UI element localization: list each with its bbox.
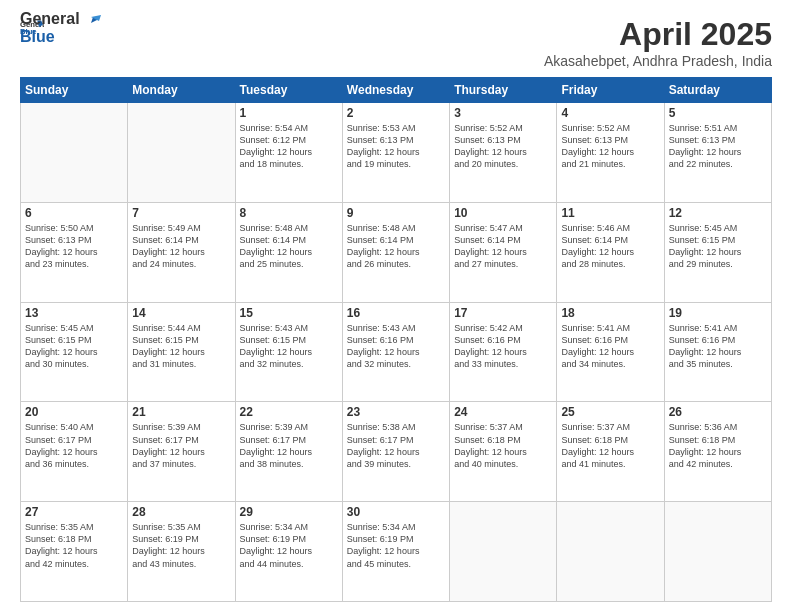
day-info: Sunrise: 5:39 AM Sunset: 6:17 PM Dayligh… — [132, 421, 230, 470]
day-number: 8 — [240, 206, 338, 220]
day-number: 25 — [561, 405, 659, 419]
day-info: Sunrise: 5:47 AM Sunset: 6:14 PM Dayligh… — [454, 222, 552, 271]
weekday-header-row: SundayMondayTuesdayWednesdayThursdayFrid… — [21, 78, 772, 103]
weekday-header-friday: Friday — [557, 78, 664, 103]
weekday-header-sunday: Sunday — [21, 78, 128, 103]
calendar-cell: 22Sunrise: 5:39 AM Sunset: 6:17 PM Dayli… — [235, 402, 342, 502]
calendar-cell: 27Sunrise: 5:35 AM Sunset: 6:18 PM Dayli… — [21, 502, 128, 602]
day-number: 5 — [669, 106, 767, 120]
day-number: 10 — [454, 206, 552, 220]
week-row-1: 1Sunrise: 5:54 AM Sunset: 6:12 PM Daylig… — [21, 103, 772, 203]
day-info: Sunrise: 5:54 AM Sunset: 6:12 PM Dayligh… — [240, 122, 338, 171]
day-number: 17 — [454, 306, 552, 320]
day-number: 27 — [25, 505, 123, 519]
calendar-cell: 17Sunrise: 5:42 AM Sunset: 6:16 PM Dayli… — [450, 302, 557, 402]
week-row-2: 6Sunrise: 5:50 AM Sunset: 6:13 PM Daylig… — [21, 202, 772, 302]
calendar-cell: 14Sunrise: 5:44 AM Sunset: 6:15 PM Dayli… — [128, 302, 235, 402]
day-number: 4 — [561, 106, 659, 120]
calendar-cell: 29Sunrise: 5:34 AM Sunset: 6:19 PM Dayli… — [235, 502, 342, 602]
week-row-5: 27Sunrise: 5:35 AM Sunset: 6:18 PM Dayli… — [21, 502, 772, 602]
weekday-header-monday: Monday — [128, 78, 235, 103]
day-number: 22 — [240, 405, 338, 419]
day-info: Sunrise: 5:46 AM Sunset: 6:14 PM Dayligh… — [561, 222, 659, 271]
calendar-cell: 8Sunrise: 5:48 AM Sunset: 6:14 PM Daylig… — [235, 202, 342, 302]
calendar-cell: 10Sunrise: 5:47 AM Sunset: 6:14 PM Dayli… — [450, 202, 557, 302]
weekday-header-wednesday: Wednesday — [342, 78, 449, 103]
day-number: 11 — [561, 206, 659, 220]
calendar-cell: 13Sunrise: 5:45 AM Sunset: 6:15 PM Dayli… — [21, 302, 128, 402]
day-info: Sunrise: 5:42 AM Sunset: 6:16 PM Dayligh… — [454, 322, 552, 371]
day-number: 20 — [25, 405, 123, 419]
day-info: Sunrise: 5:34 AM Sunset: 6:19 PM Dayligh… — [240, 521, 338, 570]
day-info: Sunrise: 5:53 AM Sunset: 6:13 PM Dayligh… — [347, 122, 445, 171]
day-number: 29 — [240, 505, 338, 519]
weekday-header-thursday: Thursday — [450, 78, 557, 103]
day-info: Sunrise: 5:37 AM Sunset: 6:18 PM Dayligh… — [454, 421, 552, 470]
day-info: Sunrise: 5:43 AM Sunset: 6:16 PM Dayligh… — [347, 322, 445, 371]
day-info: Sunrise: 5:49 AM Sunset: 6:14 PM Dayligh… — [132, 222, 230, 271]
header: General Blue General Blue April 2025 Aka… — [20, 16, 772, 69]
day-info: Sunrise: 5:44 AM Sunset: 6:15 PM Dayligh… — [132, 322, 230, 371]
calendar-cell — [21, 103, 128, 203]
calendar-cell — [128, 103, 235, 203]
calendar-cell: 23Sunrise: 5:38 AM Sunset: 6:17 PM Dayli… — [342, 402, 449, 502]
calendar-title: April 2025 — [544, 16, 772, 53]
day-info: Sunrise: 5:52 AM Sunset: 6:13 PM Dayligh… — [454, 122, 552, 171]
calendar-cell: 26Sunrise: 5:36 AM Sunset: 6:18 PM Dayli… — [664, 402, 771, 502]
calendar-cell: 11Sunrise: 5:46 AM Sunset: 6:14 PM Dayli… — [557, 202, 664, 302]
calendar-cell: 28Sunrise: 5:35 AM Sunset: 6:19 PM Dayli… — [128, 502, 235, 602]
logo-blue: Blue — [20, 28, 55, 45]
day-info: Sunrise: 5:37 AM Sunset: 6:18 PM Dayligh… — [561, 421, 659, 470]
calendar-body: 1Sunrise: 5:54 AM Sunset: 6:12 PM Daylig… — [21, 103, 772, 602]
calendar-subtitle: Akasahebpet, Andhra Pradesh, India — [544, 53, 772, 69]
calendar-cell: 16Sunrise: 5:43 AM Sunset: 6:16 PM Dayli… — [342, 302, 449, 402]
calendar-cell — [450, 502, 557, 602]
day-number: 2 — [347, 106, 445, 120]
day-info: Sunrise: 5:51 AM Sunset: 6:13 PM Dayligh… — [669, 122, 767, 171]
day-number: 16 — [347, 306, 445, 320]
day-info: Sunrise: 5:34 AM Sunset: 6:19 PM Dayligh… — [347, 521, 445, 570]
calendar-cell: 9Sunrise: 5:48 AM Sunset: 6:14 PM Daylig… — [342, 202, 449, 302]
day-info: Sunrise: 5:38 AM Sunset: 6:17 PM Dayligh… — [347, 421, 445, 470]
calendar-cell: 3Sunrise: 5:52 AM Sunset: 6:13 PM Daylig… — [450, 103, 557, 203]
calendar-cell: 18Sunrise: 5:41 AM Sunset: 6:16 PM Dayli… — [557, 302, 664, 402]
day-number: 13 — [25, 306, 123, 320]
day-info: Sunrise: 5:40 AM Sunset: 6:17 PM Dayligh… — [25, 421, 123, 470]
calendar-cell: 30Sunrise: 5:34 AM Sunset: 6:19 PM Dayli… — [342, 502, 449, 602]
day-number: 19 — [669, 306, 767, 320]
calendar-cell: 19Sunrise: 5:41 AM Sunset: 6:16 PM Dayli… — [664, 302, 771, 402]
day-info: Sunrise: 5:48 AM Sunset: 6:14 PM Dayligh… — [240, 222, 338, 271]
logo: General Blue General Blue — [20, 16, 103, 46]
day-info: Sunrise: 5:41 AM Sunset: 6:16 PM Dayligh… — [561, 322, 659, 371]
calendar-cell: 7Sunrise: 5:49 AM Sunset: 6:14 PM Daylig… — [128, 202, 235, 302]
calendar-cell: 15Sunrise: 5:43 AM Sunset: 6:15 PM Dayli… — [235, 302, 342, 402]
day-info: Sunrise: 5:39 AM Sunset: 6:17 PM Dayligh… — [240, 421, 338, 470]
calendar-table: SundayMondayTuesdayWednesdayThursdayFrid… — [20, 77, 772, 602]
weekday-header-tuesday: Tuesday — [235, 78, 342, 103]
calendar-cell — [664, 502, 771, 602]
day-number: 7 — [132, 206, 230, 220]
day-number: 9 — [347, 206, 445, 220]
calendar-cell: 20Sunrise: 5:40 AM Sunset: 6:17 PM Dayli… — [21, 402, 128, 502]
page: General Blue General Blue April 2025 Aka… — [0, 0, 792, 612]
day-info: Sunrise: 5:48 AM Sunset: 6:14 PM Dayligh… — [347, 222, 445, 271]
calendar-cell — [557, 502, 664, 602]
day-number: 30 — [347, 505, 445, 519]
logo-general: General — [20, 10, 80, 27]
day-number: 6 — [25, 206, 123, 220]
day-number: 1 — [240, 106, 338, 120]
day-info: Sunrise: 5:50 AM Sunset: 6:13 PM Dayligh… — [25, 222, 123, 271]
day-info: Sunrise: 5:35 AM Sunset: 6:19 PM Dayligh… — [132, 521, 230, 570]
day-info: Sunrise: 5:43 AM Sunset: 6:15 PM Dayligh… — [240, 322, 338, 371]
title-block: April 2025 Akasahebpet, Andhra Pradesh, … — [544, 16, 772, 69]
calendar-cell: 2Sunrise: 5:53 AM Sunset: 6:13 PM Daylig… — [342, 103, 449, 203]
calendar-cell: 4Sunrise: 5:52 AM Sunset: 6:13 PM Daylig… — [557, 103, 664, 203]
calendar-cell: 25Sunrise: 5:37 AM Sunset: 6:18 PM Dayli… — [557, 402, 664, 502]
day-number: 3 — [454, 106, 552, 120]
day-number: 23 — [347, 405, 445, 419]
calendar-cell: 1Sunrise: 5:54 AM Sunset: 6:12 PM Daylig… — [235, 103, 342, 203]
day-number: 28 — [132, 505, 230, 519]
day-info: Sunrise: 5:45 AM Sunset: 6:15 PM Dayligh… — [669, 222, 767, 271]
day-number: 15 — [240, 306, 338, 320]
day-info: Sunrise: 5:35 AM Sunset: 6:18 PM Dayligh… — [25, 521, 123, 570]
